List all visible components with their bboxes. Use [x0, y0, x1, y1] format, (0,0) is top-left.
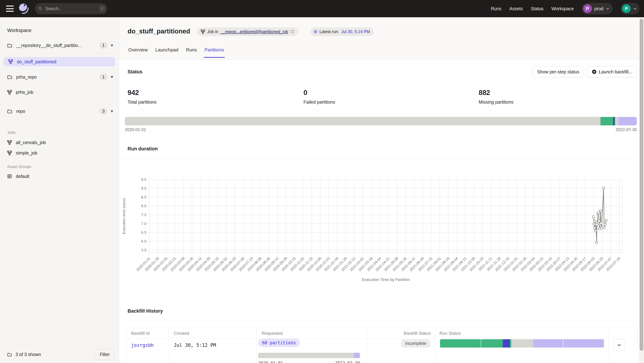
caret-down-icon[interactable]: ▼ — [110, 43, 114, 48]
tab-runs[interactable]: Runs — [185, 47, 198, 58]
job-icon — [7, 140, 12, 145]
sidebar-item-repo[interactable]: repo 3 ▼ — [0, 100, 119, 123]
hamburger-menu-icon[interactable] — [6, 6, 14, 12]
data-point — [593, 227, 596, 229]
refresh-icon[interactable] — [290, 30, 295, 34]
bar-segment — [125, 117, 600, 126]
latest-run-badge: Latest run: Jul 30, 5:14 PM — [310, 27, 374, 36]
sidebar-item-label: repo — [16, 109, 25, 114]
column-header-run-status: Run Status — [440, 331, 461, 336]
run-duration-chart[interactable]: 9.59.08.58.07.57.06.56.05.52020-01-01202… — [119, 178, 639, 283]
data-point — [602, 187, 605, 190]
job-icon — [8, 59, 13, 64]
dagster-app: / Runs Assets Status Workspace P prod P … — [0, 0, 644, 363]
filter-button[interactable]: Filter — [95, 349, 114, 360]
folder-icon — [7, 74, 12, 80]
data-point — [592, 216, 595, 218]
sidebar-item-label: prha_repo — [16, 74, 37, 80]
asset-groups-section-label: Asset Groups — [7, 164, 31, 169]
data-point — [596, 223, 598, 226]
workspace-sidebar: Workspace __repository__do_stuff_partiti… — [0, 17, 119, 363]
bar-segment — [354, 353, 360, 358]
y-tick-label: 5.5 — [141, 248, 146, 252]
tab-launchpad[interactable]: Launchpad — [154, 47, 179, 58]
sidebar-item-simple-job[interactable]: simple_job — [0, 148, 119, 158]
expand-row-button[interactable] — [614, 339, 625, 351]
global-search[interactable]: / — [35, 3, 107, 14]
search-icon — [38, 6, 42, 11]
stat-total-partitions: 942 Total partitions — [128, 84, 156, 111]
bar-segment — [503, 339, 510, 348]
user-avatar: P — [622, 4, 631, 13]
data-point — [600, 227, 603, 229]
data-line — [594, 188, 606, 242]
requested-start-date: 2020-01-01 — [258, 361, 283, 363]
job-origin-badge: Job in __reposi...artitioned@partitioned… — [197, 27, 298, 36]
sidebar-item-all-cereals-job[interactable]: all_cereals_job — [0, 138, 119, 148]
show-per-step-status-button[interactable]: Show per-step status — [533, 66, 584, 77]
sidebar-item-prha-repo[interactable]: prha_repo 1 ▼ — [0, 69, 119, 85]
nav-link-runs[interactable]: Runs — [491, 6, 501, 11]
vertical-scrollbar[interactable] — [639, 17, 644, 363]
data-point — [598, 220, 600, 222]
nav-link-status[interactable]: Status — [531, 6, 544, 11]
status-bar-end-date: 2022-07-30 — [616, 127, 637, 132]
deployment-switcher[interactable]: P prod — [582, 3, 613, 14]
bar-segment — [440, 339, 481, 348]
y-tick-label: 6.5 — [141, 230, 146, 234]
backfill-id-link[interactable]: jozrgsbh — [131, 342, 154, 348]
stat-value: 0 — [304, 89, 335, 96]
latest-run-link[interactable]: Jul 30, 5:14 PM — [341, 29, 370, 34]
y-axis-title: Execution time (secs) — [122, 198, 126, 234]
shown-count-label: 3 of 3 shown — [16, 352, 41, 357]
sidebar-item-do-stuff-partitioned[interactable]: do_stuff_partitioned — [4, 57, 115, 66]
requested-partitions-badge[interactable]: 60 partitions — [258, 339, 300, 347]
partition-status-bar[interactable] — [125, 117, 637, 126]
column-header-requested: Requested — [262, 331, 282, 336]
tab-partitions[interactable]: Partitions — [204, 47, 225, 58]
status-bar-start-date: 2020-01-01 — [125, 127, 146, 132]
top-navbar: / Runs Assets Status Workspace P prod P — [0, 0, 644, 17]
sidebar-heading: Workspace — [7, 28, 32, 33]
y-tick-label: 9.0 — [141, 186, 146, 190]
stat-missing-partitions: 882 Missing partitions — [479, 84, 514, 111]
nav-link-workspace[interactable]: Workspace — [551, 6, 574, 11]
bar-segment — [613, 117, 615, 126]
data-point — [600, 222, 602, 224]
caret-down-icon[interactable]: ▼ — [110, 109, 114, 114]
search-input[interactable] — [45, 6, 99, 11]
launch-backfill-button[interactable]: Launch backfill... — [587, 66, 637, 77]
column-header-backfill-status: Backfill Status — [379, 331, 431, 336]
nav-link-assets[interactable]: Assets — [509, 6, 523, 11]
y-tick-label: 6.0 — [141, 239, 146, 243]
tab-overview[interactable]: Overview — [128, 47, 148, 58]
deployment-name: prod — [594, 6, 603, 11]
bar-segment — [615, 117, 618, 126]
stat-value: 882 — [479, 89, 514, 96]
divider — [119, 322, 644, 322]
bar-segment — [533, 339, 564, 348]
job-origin-link[interactable]: __reposi...artitioned@partitioned_job — [220, 29, 288, 34]
bar-segment — [564, 339, 604, 348]
folder-icon — [7, 352, 12, 357]
user-menu[interactable]: P — [620, 3, 639, 14]
sidebar-item-repository-do-stuff[interactable]: __repository__do_stuff_partitio... 1 ▼ — [0, 38, 119, 54]
execution-time-chart[interactable]: 9.59.08.58.07.57.06.56.05.52020-01-01202… — [119, 178, 639, 283]
job-count-badge: 1 — [100, 42, 108, 49]
column-header-created: Created — [174, 331, 189, 336]
job-icon — [7, 90, 12, 94]
run-status-dot-icon — [314, 30, 317, 34]
sidebar-item-default-group[interactable]: default — [0, 171, 119, 181]
scrollbar-thumb[interactable] — [640, 19, 643, 351]
run-status-bar[interactable] — [440, 339, 604, 348]
job-count-badge: 1 — [100, 74, 108, 80]
bar-segment — [511, 339, 533, 348]
backfill-status-badge: Incomplete — [401, 339, 430, 348]
caret-down-icon[interactable]: ▼ — [110, 75, 114, 79]
sidebar-item-prha-job[interactable]: prha_job — [0, 85, 119, 100]
dagster-logo-icon[interactable] — [18, 3, 30, 14]
backfill-table: Backfill Id Created Requested Backfill S… — [126, 328, 638, 363]
latest-run-label: Latest run: — [320, 29, 339, 34]
stat-failed-partitions: 0 Failed partitions — [304, 84, 335, 111]
bar-segment — [258, 353, 354, 358]
